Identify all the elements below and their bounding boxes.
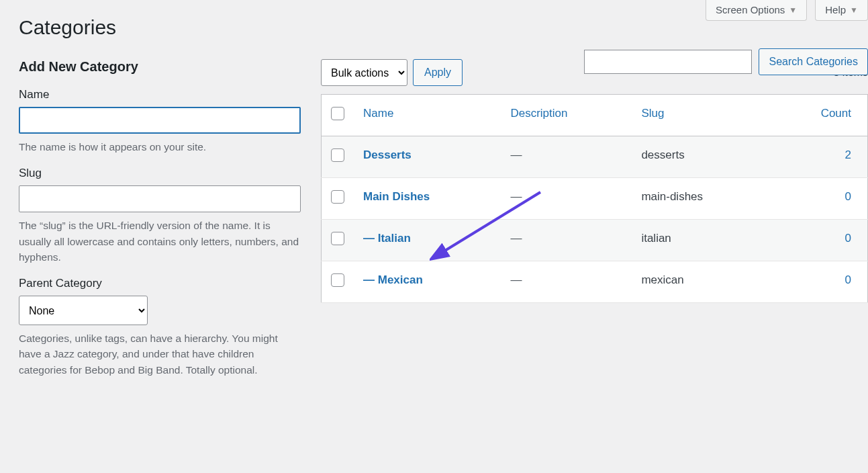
slug-input[interactable] [19, 185, 301, 212]
table-row: — Mexican—mexican0 [322, 261, 868, 303]
category-slug: mexican [632, 261, 770, 303]
search-categories-button[interactable]: Search Categories [759, 48, 868, 75]
help-button[interactable]: Help ▼ [815, 0, 868, 21]
table-row: — Italian—italian0 [322, 220, 868, 261]
select-all-checkbox[interactable] [331, 107, 344, 120]
category-description: — [501, 220, 632, 261]
category-description: — [501, 261, 632, 303]
add-new-heading: Add New Category [19, 59, 301, 75]
category-count-link[interactable]: 2 [845, 148, 851, 161]
col-header-count[interactable]: Count [821, 107, 851, 120]
row-checkbox[interactable] [331, 190, 344, 204]
parent-category-select[interactable]: None [19, 296, 148, 325]
indent-dash: — [363, 232, 378, 245]
table-row: Main Dishes—main-dishes0 [322, 178, 868, 220]
row-checkbox[interactable] [331, 273, 344, 287]
category-count-link[interactable]: 0 [845, 190, 851, 203]
chevron-down-icon: ▼ [789, 5, 797, 15]
row-checkbox[interactable] [331, 232, 344, 245]
col-header-slug[interactable]: Slug [641, 107, 664, 120]
chevron-down-icon: ▼ [850, 5, 858, 15]
slug-desc: The “slug” is the URL-friendly version o… [19, 218, 301, 265]
category-slug: italian [632, 220, 770, 261]
name-input[interactable] [19, 107, 301, 134]
category-description: — [501, 136, 632, 178]
name-desc: The name is how it appears on your site. [19, 139, 301, 155]
category-name-link[interactable]: Desserts [363, 148, 412, 161]
search-input[interactable] [584, 50, 752, 74]
screen-options-button[interactable]: Screen Options ▼ [706, 0, 807, 21]
category-name-link[interactable]: Italian [378, 232, 411, 245]
category-slug: desserts [632, 136, 770, 178]
parent-desc: Categories, unlike tags, can have a hier… [19, 331, 301, 378]
indent-dash: — [363, 273, 378, 286]
table-row: Desserts—desserts2 [322, 136, 868, 178]
name-label: Name [19, 88, 301, 101]
row-checkbox[interactable] [331, 148, 344, 162]
screen-options-label: Screen Options [716, 4, 785, 15]
category-slug: main-dishes [632, 178, 770, 220]
col-header-description[interactable]: Description [510, 107, 567, 120]
category-count-link[interactable]: 0 [845, 232, 851, 245]
category-description: — [501, 178, 632, 220]
category-name-link[interactable]: Main Dishes [363, 190, 430, 203]
category-count-link[interactable]: 0 [845, 273, 851, 286]
apply-button[interactable]: Apply [413, 59, 463, 86]
col-header-name[interactable]: Name [363, 107, 393, 120]
categories-table: Name Description Slug Count Desserts—des… [321, 94, 868, 303]
category-name-link[interactable]: Mexican [378, 273, 423, 286]
slug-label: Slug [19, 167, 301, 180]
parent-label: Parent Category [19, 277, 301, 290]
help-label: Help [825, 4, 846, 15]
bulk-actions-select[interactable]: Bulk actions [321, 59, 407, 86]
